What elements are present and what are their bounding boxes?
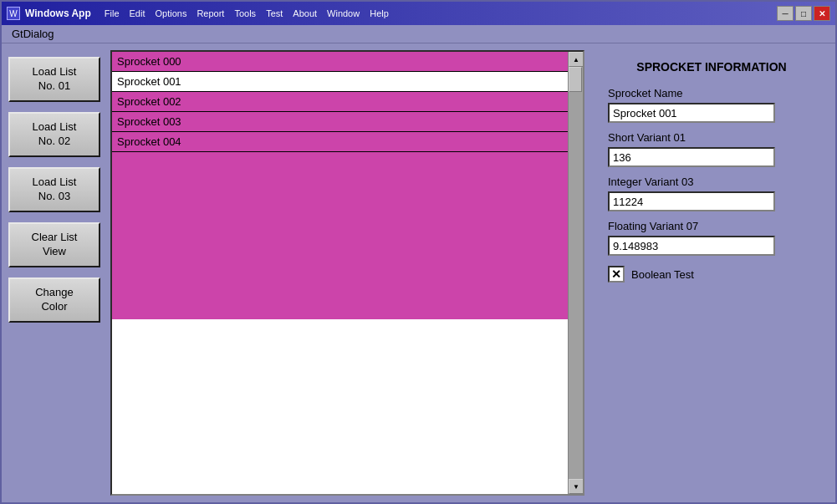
- list-item[interactable]: Sprocket 004: [112, 132, 568, 152]
- title-bar: W Windows App File Edit Options Report T…: [2, 2, 835, 25]
- load-list-02-line1: Load List: [33, 120, 77, 133]
- change-color-button[interactable]: Change Color: [8, 277, 100, 323]
- close-button[interactable]: ✕: [814, 6, 830, 21]
- menu-window[interactable]: Window: [327, 8, 360, 18]
- load-list-03-line2: No. 03: [38, 190, 70, 202]
- info-panel-title: SPROCKET INFORMATION: [608, 60, 815, 74]
- list-item[interactable]: Sprocket 001: [112, 72, 568, 92]
- boolean-test-row: ✕ Boolean Test: [608, 266, 815, 283]
- menu-test[interactable]: Test: [266, 8, 283, 18]
- clear-list-line2: View: [43, 245, 66, 257]
- menu-report[interactable]: Report: [196, 8, 224, 18]
- short-variant-label: Short Variant 01: [608, 131, 815, 144]
- load-list-01-line2: No. 01: [38, 79, 70, 92]
- boolean-checkbox[interactable]: ✕: [608, 266, 625, 283]
- clear-list-button[interactable]: Clear List View: [8, 222, 100, 267]
- change-color-line2: Color: [41, 300, 67, 313]
- maximize-button[interactable]: □: [795, 6, 812, 21]
- checkbox-check-icon: ✕: [611, 268, 621, 280]
- menu-about[interactable]: About: [293, 8, 317, 18]
- list-item[interactable]: Sprocket 003: [112, 112, 568, 132]
- menu-edit[interactable]: Edit: [130, 8, 145, 18]
- list-empty-area: [112, 152, 568, 319]
- change-color-line1: Change: [35, 286, 74, 298]
- scroll-thumb[interactable]: [569, 67, 582, 92]
- dialog-label: GtDialog: [5, 26, 61, 42]
- title-bar-left: W Windows App File Edit Options Report T…: [7, 7, 397, 20]
- sprocket-name-label: Sprocket Name: [608, 87, 815, 99]
- content-area: Load List No. 01 Load List No. 02 Load L…: [2, 43, 835, 502]
- left-button-panel: Load List No. 01 Load List No. 02 Load L…: [8, 50, 100, 496]
- dialog-label-row: GtDialog: [2, 25, 835, 43]
- scroll-up-button[interactable]: ▲: [569, 52, 583, 67]
- menu-bar: File Edit Options Report Tools Test Abou…: [96, 8, 397, 18]
- load-list-01-line1: Load List: [33, 65, 77, 78]
- main-window: W Windows App File Edit Options Report T…: [0, 0, 837, 504]
- boolean-label: Boolean Test: [631, 268, 694, 281]
- clear-list-line1: Clear List: [32, 231, 78, 243]
- load-list-03-button[interactable]: Load List No. 03: [8, 167, 100, 212]
- short-variant-input[interactable]: [608, 147, 775, 167]
- floating-variant-input[interactable]: [608, 236, 775, 256]
- load-list-02-line2: No. 02: [38, 135, 70, 147]
- menu-tools[interactable]: Tools: [234, 8, 256, 18]
- sprocket-name-input[interactable]: [608, 103, 775, 123]
- menu-file[interactable]: File: [105, 8, 120, 18]
- app-icon: W: [7, 7, 20, 20]
- integer-variant-label: Integer Variant 03: [608, 176, 815, 188]
- minimize-button[interactable]: ─: [777, 6, 794, 21]
- info-panel: SPROCKET INFORMATION Sprocket Name Short…: [595, 50, 829, 496]
- list-item[interactable]: Sprocket 000: [112, 52, 568, 72]
- load-list-02-button[interactable]: Load List No. 02: [8, 112, 100, 157]
- list-scrollbar[interactable]: ▲ ▼: [568, 52, 583, 494]
- menu-options[interactable]: Options: [155, 8, 186, 18]
- floating-variant-label: Floating Variant 07: [608, 220, 815, 232]
- list-container: Sprocket 000 Sprocket 001 Sprocket 002 S…: [112, 52, 583, 494]
- title-controls: ─ □ ✕: [777, 6, 830, 21]
- scroll-track[interactable]: [569, 67, 583, 479]
- integer-variant-input[interactable]: [608, 191, 775, 211]
- load-list-01-button[interactable]: Load List No. 01: [8, 57, 100, 102]
- window-title: Windows App: [25, 8, 91, 19]
- scroll-down-button[interactable]: ▼: [569, 479, 583, 494]
- menu-help[interactable]: Help: [370, 8, 389, 18]
- list-items-panel: Sprocket 000 Sprocket 001 Sprocket 002 S…: [112, 52, 568, 494]
- list-view[interactable]: Sprocket 000 Sprocket 001 Sprocket 002 S…: [110, 50, 584, 496]
- load-list-03-line1: Load List: [33, 176, 77, 188]
- list-item[interactable]: Sprocket 002: [112, 92, 568, 112]
